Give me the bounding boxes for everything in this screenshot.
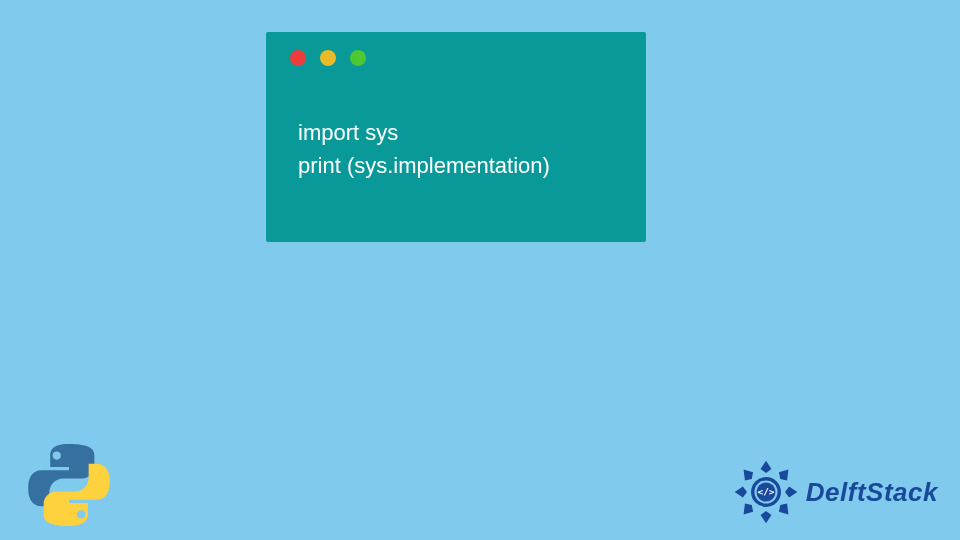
maximize-icon[interactable] <box>350 50 366 66</box>
code-line-2: print (sys.implementation) <box>298 149 626 182</box>
delftstack-logo: </> DelftStack <box>732 458 938 526</box>
close-icon[interactable] <box>290 50 306 66</box>
delftstack-brand-text: DelftStack <box>806 477 938 508</box>
minimize-icon[interactable] <box>320 50 336 66</box>
code-body: import sys print (sys.implementation) <box>266 76 646 202</box>
window-titlebar <box>266 32 646 76</box>
delftstack-emblem-icon: </> <box>732 458 800 526</box>
svg-text:</>: </> <box>757 486 774 497</box>
python-logo-icon <box>24 440 114 530</box>
code-line-1: import sys <box>298 116 626 149</box>
code-window: import sys print (sys.implementation) <box>266 32 646 242</box>
